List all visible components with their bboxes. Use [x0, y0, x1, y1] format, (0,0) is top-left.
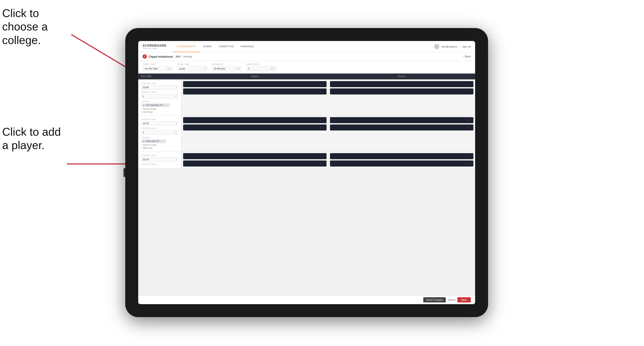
- logo-subtext: Powered by clippd: [142, 47, 166, 49]
- slot-expand-icon[interactable]: ⋮: [470, 90, 472, 93]
- save-button[interactable]: Save: [458, 297, 471, 302]
- starting-time-input-3[interactable]: 10:20 ℹ: [141, 157, 178, 162]
- user-avatar: [434, 44, 439, 49]
- intervals-label: Intervals: [212, 63, 242, 65]
- back-button[interactable]: ‹ Back: [464, 55, 471, 58]
- course-remove-2[interactable]: ✕: [160, 140, 162, 142]
- start-type-label: Start Type: [142, 63, 173, 65]
- start-time-select[interactable]: 10:00 ℹ: [177, 66, 207, 71]
- slot-x-icon[interactable]: ✕: [466, 119, 468, 121]
- slot-expand-icon[interactable]: ⋮: [470, 83, 472, 85]
- event-name: Clippd Invitational: [148, 55, 173, 58]
- group-size-label: Group Size: [246, 63, 276, 65]
- slot-x-icon[interactable]: ✕: [466, 126, 468, 129]
- course-label-2: COURSE:: [141, 137, 178, 139]
- slot-x-icon[interactable]: ✕: [320, 163, 321, 165]
- nav-link-committee[interactable]: COMMITTEE: [215, 41, 237, 52]
- nav-link-tournaments[interactable]: TOURNAMENTS: [173, 41, 199, 52]
- slot-x-icon[interactable]: ✕: [320, 119, 321, 121]
- group-row: STARTING TIME: 10:00 ℹ STARTING HOLE: 1 …: [138, 79, 475, 115]
- group-3-team2: ✕ ⋮ ✕ ⋮: [328, 152, 475, 169]
- start-type-select[interactable]: 1st Tee Start ▲▼: [142, 66, 173, 71]
- slot-expand-icon[interactable]: ⋮: [323, 155, 325, 158]
- starting-hole-label-2: STARTING HOLE:: [141, 127, 178, 129]
- slot-x-icon[interactable]: ✕: [466, 163, 468, 165]
- remove-group-2[interactable]: ○ Remove Group: [141, 144, 178, 146]
- nav-link-teams[interactable]: TEAMS: [199, 41, 215, 52]
- sub-header: C Clippd Invitational Men Hosting ‹ Back: [138, 52, 475, 61]
- intervals-select[interactable]: 10 Minutes ▲▼: [212, 66, 242, 71]
- player-slot[interactable]: ✕ ⋮: [183, 125, 326, 131]
- player-slot[interactable]: ✕ ⋮: [330, 161, 474, 167]
- course-tag-1[interactable]: 🏌 (A) Peachtree GC ✕ ▼: [141, 103, 170, 107]
- course-remove-1[interactable]: ✕: [164, 104, 166, 106]
- tablet-side-button: [124, 168, 125, 177]
- group-1-left: STARTING TIME: 10:00 ℹ STARTING HOLE: 1 …: [138, 79, 182, 115]
- cancel-button[interactable]: Cancel: [448, 299, 455, 301]
- slot-expand-icon[interactable]: ⋮: [470, 163, 472, 165]
- player-slot[interactable]: ✕ ⋮: [183, 153, 326, 159]
- slot-expand-icon[interactable]: ⋮: [323, 90, 325, 93]
- player-slot[interactable]: ✕ ⋮: [183, 88, 326, 94]
- starting-hole-input-2[interactable]: 1 ▲▼: [141, 130, 178, 135]
- group-2-team2: ✕ ⋮ ✕ ⋮: [328, 115, 475, 151]
- player-slot[interactable]: ✕ ⋮: [183, 81, 326, 87]
- main-content: Tee Time Team 1 Team 2 STARTING TIME: 10…: [138, 74, 475, 295]
- starting-time-input-2[interactable]: 10:10 ℹ: [141, 121, 178, 126]
- player-slot[interactable]: ✕ ⋮: [330, 88, 474, 94]
- slot-x-icon[interactable]: ✕: [466, 155, 468, 158]
- group-size-select[interactable]: 3 ▲▼: [246, 66, 276, 71]
- starting-time-label-1: STARTING TIME:: [141, 82, 178, 84]
- logo-text: SCOREBOARD: [142, 44, 166, 47]
- table-header: Tee Time Team 1 Team 2: [138, 74, 475, 79]
- intervals-group: Intervals 10 Minutes ▲▼: [212, 63, 242, 71]
- slot-expand-icon[interactable]: ⋮: [323, 126, 325, 129]
- slot-expand-icon[interactable]: ⋮: [323, 163, 325, 165]
- reset-button[interactable]: Reset Changes: [423, 297, 446, 302]
- player-slot[interactable]: ✕ ⋮: [330, 117, 474, 123]
- player-slot[interactable]: ✕ ⋮: [183, 161, 326, 167]
- start-time-label: Start Time: [177, 63, 207, 65]
- slot-expand-icon[interactable]: ⋮: [470, 126, 472, 129]
- slot-x-icon[interactable]: ✕: [320, 90, 321, 93]
- player-slot[interactable]: ✕ ⋮: [330, 81, 474, 87]
- annotation-bottom: Click to add a player.: [2, 125, 63, 152]
- player-slot[interactable]: ✕ ⋮: [330, 125, 474, 131]
- event-status: Hosting: [183, 55, 192, 58]
- starting-time-label-2: STARTING TIME:: [141, 118, 178, 120]
- group-1-team2: ✕ ⋮ ✕ ⋮: [328, 79, 475, 115]
- starting-time-input-1[interactable]: 10:00 ℹ: [141, 85, 178, 90]
- starting-hole-input-1[interactable]: 1 ▲▼: [141, 94, 178, 99]
- slot-expand-icon[interactable]: ⋮: [323, 83, 325, 85]
- course-label-1: COURSE:: [141, 101, 178, 102]
- slot-x-icon[interactable]: ✕: [466, 90, 468, 93]
- group-3-left: STARTING TIME: 10:20 ℹ STARTING HOLE:: [138, 152, 182, 169]
- nav-link-rankings[interactable]: RANKINGS: [237, 41, 257, 52]
- sign-out-link[interactable]: Sign out: [462, 45, 471, 48]
- event-title: C Clippd Invitational Men Hosting: [142, 54, 192, 59]
- nav-logo: SCOREBOARD Powered by clippd: [142, 44, 166, 49]
- add-group-1[interactable]: + Add Group: [141, 111, 178, 113]
- slot-expand-icon[interactable]: ⋮: [323, 119, 325, 121]
- slot-x-icon[interactable]: ✕: [320, 155, 321, 158]
- col-team1: Team 1: [182, 74, 328, 79]
- col-team2: Team 2: [328, 74, 475, 79]
- start-time-group: Start Time 10:00 ℹ: [177, 63, 207, 71]
- annotation-top: Click to choose a college.: [2, 6, 71, 47]
- starting-hole-label-1: STARTING HOLE:: [141, 91, 178, 93]
- player-slot[interactable]: ✕ ⋮: [330, 153, 474, 159]
- slot-x-icon[interactable]: ✕: [320, 126, 321, 129]
- slot-expand-icon[interactable]: ⋮: [470, 119, 472, 121]
- event-logo: C: [142, 54, 147, 59]
- nav-user: blair@clippd.io | Sign out: [434, 44, 471, 49]
- course-tag-2[interactable]: 🏌 East Lake GC ✕ ▼: [141, 139, 166, 143]
- slot-x-icon[interactable]: ✕: [320, 83, 321, 85]
- slot-expand-icon[interactable]: ⋮: [470, 155, 472, 158]
- remove-group-1[interactable]: ○ Remove Group: [141, 108, 178, 110]
- group-3-team1: ✕ ⋮ ✕ ⋮: [182, 152, 328, 169]
- controls-row: Start Type 1st Tee Start ▲▼ Start Time 1…: [138, 61, 475, 74]
- col-tee-time: Tee Time: [138, 74, 182, 79]
- slot-x-icon[interactable]: ✕: [466, 83, 468, 85]
- player-slot[interactable]: ✕ ⋮: [183, 117, 326, 123]
- add-group-2[interactable]: + Add Group: [141, 147, 178, 149]
